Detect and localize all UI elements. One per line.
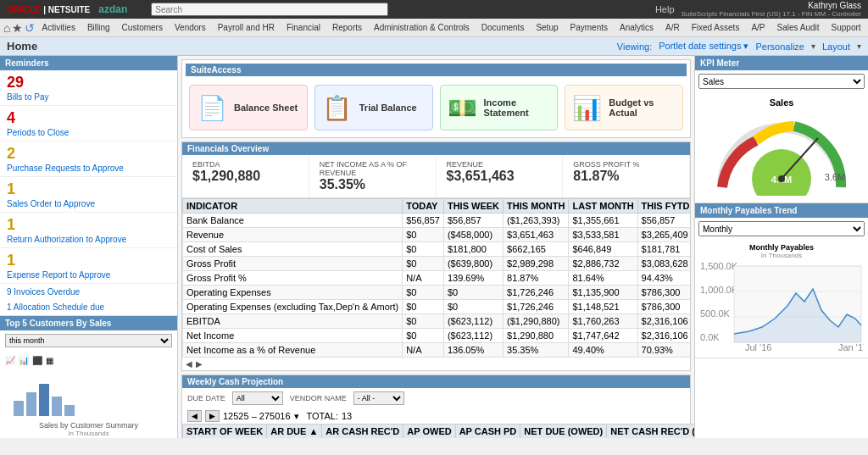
table-row: Bank Balance$56,857$56,857($1,263,393)$1…	[183, 214, 691, 228]
svg-text:0.0K: 0.0K	[700, 332, 720, 342]
table-row: Operating Expenses (excluding Tax,Dep'n …	[183, 300, 691, 314]
table-row: Gross Profit %N/A139.69%81.87%81.64%94.4…	[183, 271, 691, 286]
table-row: Cost of Sales$0$181,800$662,165$646,849$…	[183, 242, 691, 257]
kpi-row: EBITDA $1,290,880 Net Income as a % of R…	[182, 155, 690, 198]
nav-customers[interactable]: Customers	[117, 21, 168, 34]
gauge-svg: 3.6M 4.4M	[709, 111, 854, 196]
prev-page-btn[interactable]: ◀	[187, 410, 202, 422]
reminder-link-expense[interactable]: Expense Report to Approve	[7, 270, 110, 280]
nav-activities[interactable]: Activities	[36, 21, 80, 34]
reminder-link-periods[interactable]: Periods to Close	[7, 128, 69, 137]
nav-setup[interactable]: Setup	[531, 21, 563, 34]
kpi-ebitda: EBITDA $1,290,880	[182, 155, 309, 197]
reminder-bills: 29 Bills to Pay	[0, 70, 177, 106]
nav-financial[interactable]: Financial	[281, 21, 326, 34]
reminder-link-allocation[interactable]: 1 Allocation Schedule due	[7, 302, 104, 312]
financials-table: INDICATOR TODAY THIS WEEK THIS MONTH LAS…	[182, 198, 690, 358]
help-link[interactable]: Help	[655, 4, 675, 14]
search-bar[interactable]	[151, 3, 388, 16]
payables-header: Monthly Payables Trend	[695, 203, 868, 218]
payables-chart-sub: In Thousands	[698, 252, 865, 259]
kpi-panel-header: KPI Meter	[695, 56, 868, 70]
viewing-label: Viewing:	[617, 42, 652, 52]
gauge-container: Sales 3.6M 4.4M	[695, 92, 868, 203]
payables-period-select[interactable]: Monthly	[698, 221, 865, 236]
personalize-link[interactable]: Personalize	[755, 42, 804, 52]
reminder-link-invoices[interactable]: 9 Invoices Overdue	[7, 287, 80, 297]
nav-admin[interactable]: Administration & Controls	[369, 21, 475, 34]
reminders-section: Reminders 29 Bills to Pay 4 Periods to C…	[0, 56, 177, 316]
income-statement-label: Income Statement	[484, 97, 551, 118]
reminder-expense: 1 Expense Report to Approve	[0, 248, 177, 284]
balance-sheet-icon: 📄	[197, 92, 227, 123]
chart-icons: 📈 📊 ⬛ ▦	[5, 356, 172, 365]
reminder-link-sales[interactable]: Sales Order to Approve	[7, 199, 95, 208]
reminder-link-purchase[interactable]: Purchase Requests to Approve	[7, 164, 124, 173]
income-statement-icon: 💵	[448, 92, 477, 123]
nav-payments[interactable]: Payments	[565, 21, 613, 34]
suite-tile-budget-vs-actual[interactable]: 📊 Budget vs Actual	[565, 85, 683, 130]
nav-reports[interactable]: Reports	[327, 21, 367, 34]
table-row: Net Income as a % of RevenueN/A136.05%35…	[183, 343, 691, 358]
nav-ap[interactable]: A/P	[746, 21, 770, 34]
refresh-icon[interactable]: ↺	[25, 21, 35, 35]
chart-icon-line[interactable]: 📈	[5, 356, 15, 365]
chart-icon-pie[interactable]: ⬛	[32, 356, 42, 365]
svg-rect-2	[39, 384, 49, 416]
reminder-link-bills[interactable]: Bills to Pay	[7, 92, 48, 102]
page-title: Home	[7, 40, 37, 53]
reminder-link-return[interactable]: Return Authorization to Approve	[7, 235, 126, 244]
nav-payroll[interactable]: Payroll and HR	[213, 21, 280, 34]
col-indicator: INDICATOR	[183, 199, 403, 214]
chart-title: Sales by Customer Summary	[5, 421, 172, 430]
scroll-right-icon[interactable]: ▶	[196, 359, 203, 369]
table-row: Operating Expenses$0$0$1,726,246$1,135,9…	[183, 286, 691, 300]
table-row: Revenue$0($458,000)$3,651,463$3,533,581$…	[183, 228, 691, 242]
reminder-periods: 4 Periods to Close	[0, 106, 177, 141]
scroll-left-icon[interactable]: ◀	[186, 359, 192, 369]
period-select-row: this month	[0, 330, 177, 351]
chart-icon-bar[interactable]: 📊	[19, 356, 29, 365]
period-select[interactable]: this month	[5, 334, 172, 347]
search-input[interactable]	[151, 3, 388, 16]
portlet-settings-link[interactable]: Portlet date settings ▾	[659, 41, 748, 52]
reminder-allocation: 1 Allocation Schedule due	[0, 299, 177, 315]
nav-analytics[interactable]: Analytics	[615, 21, 659, 34]
col-this-fytd: THIS FYTD	[637, 199, 690, 214]
nav-support[interactable]: Support	[826, 21, 866, 34]
suite-access-header: SuiteAccess	[186, 64, 687, 76]
due-date-select[interactable]: All	[232, 391, 283, 405]
cash-table: START OF WEEK AR DUE ▲ AR CASH REC'D AP …	[182, 424, 694, 438]
nav-billing[interactable]: Billing	[82, 21, 115, 34]
nav-documents[interactable]: Documents	[476, 21, 530, 34]
reminder-number-return: 1	[7, 216, 170, 234]
vendor-name-select[interactable]: - All -	[353, 391, 404, 405]
balance-sheet-label: Balance Sheet	[234, 103, 298, 113]
next-page-btn[interactable]: ▶	[205, 410, 220, 422]
layout-link[interactable]: Layout	[822, 42, 850, 52]
user-role: SuiteScripts Financials First (US) 17.1 …	[682, 10, 862, 18]
svg-rect-0	[14, 401, 24, 416]
trial-balance-icon: 📋	[322, 92, 353, 123]
chart-icon-table[interactable]: ▦	[46, 356, 53, 365]
nav-fixed-assets[interactable]: Fixed Assets	[687, 21, 745, 34]
gauge-title: Sales	[700, 97, 863, 108]
suite-tile-trial-balance[interactable]: 📋 Trial Balance	[314, 85, 433, 130]
kpi-category-select[interactable]: Sales	[698, 74, 865, 89]
nav-sales-audit[interactable]: Sales Audit	[772, 21, 825, 34]
payables-chart-title: Monthly Payables	[698, 243, 865, 252]
suite-tile-balance-sheet[interactable]: 📄 Balance Sheet	[189, 85, 308, 130]
reminder-invoices: 9 Invoices Overdue	[0, 284, 177, 299]
nav-vendors[interactable]: Vendors	[170, 21, 211, 34]
trial-balance-label: Trial Balance	[359, 103, 417, 113]
home-icon[interactable]: ⌂	[3, 21, 10, 35]
center-panel: SuiteAccess 📄 Balance Sheet 📋 Trial Bala…	[178, 56, 694, 438]
kpi-revenue-value: $3,651,463	[447, 169, 553, 184]
kpi-ebitda-label: EBITDA	[192, 160, 298, 169]
chart-y-labels: 2,000.0K	[5, 437, 172, 438]
nav-ar[interactable]: A/R	[660, 21, 685, 34]
kpi-revenue: Revenue $3,651,463	[437, 155, 564, 197]
chart-sublabel: In Thousands	[5, 430, 172, 437]
star-icon[interactable]: ★	[12, 21, 23, 35]
suite-tile-income-statement[interactable]: 💵 Income Statement	[440, 85, 559, 130]
